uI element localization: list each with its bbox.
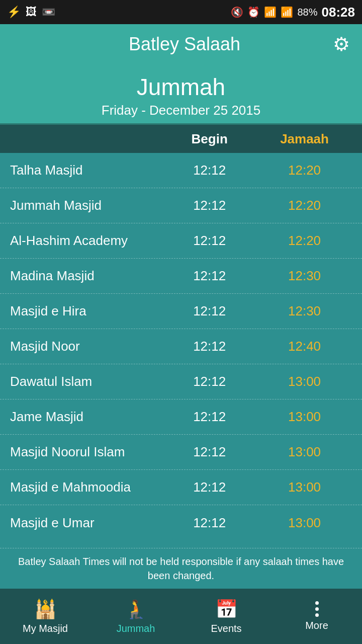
cell-begin: 12:12 (162, 303, 257, 319)
header-section: Jummah Friday - December 25 2015 (0, 64, 362, 125)
alarm-icon: ⏰ (247, 6, 260, 18)
nav-item-more[interactable]: More (272, 601, 362, 631)
table-row[interactable]: Dawatul Islam12:1213:00 (0, 364, 362, 399)
cell-begin: 12:12 (162, 233, 257, 249)
table-row[interactable]: Al-Hashim Academy12:1212:20 (0, 223, 362, 259)
cell-jamaah: 12:30 (257, 303, 352, 319)
disclaimer-text: Batley Salaah Times will not be held res… (0, 548, 362, 589)
settings-icon[interactable]: ⚙ (333, 33, 350, 55)
nav-label-more: More (305, 620, 328, 631)
cell-jamaah: 12:20 (257, 163, 352, 178)
table-row[interactable]: Masjid Noorul Islam12:1213:00 (0, 435, 362, 470)
image-icon: 🖼 (26, 6, 37, 19)
nav-label-events: Events (211, 623, 241, 634)
status-bar: ⚡ 🖼 📼 🔇 ⏰ 📶 📶 88% 08:28 (0, 0, 362, 24)
cell-mosque: Masjid e Hira (10, 303, 162, 319)
nav-label-my-masjid: My Masjid (23, 623, 68, 634)
nav-label-jummah: Jummah (117, 623, 155, 634)
cell-mosque: Jummah Masjid (10, 198, 162, 213)
col-header-jamaah: Jamaah (257, 131, 352, 147)
voicemail-icon: 📼 (42, 6, 55, 19)
calendar-icon: 📅 (215, 599, 238, 620)
app-bar: Batley Salaah ⚙ (0, 24, 362, 64)
table-row[interactable]: Talha Masjid12:1212:20 (0, 153, 362, 188)
table-row[interactable]: Jummah Masjid12:1212:20 (0, 188, 362, 223)
wifi-icon: 📶 (264, 6, 277, 18)
prayer-icon: 🧎 (125, 599, 147, 620)
table-row[interactable]: Jame Masjid12:1213:00 (0, 399, 362, 435)
mute-icon: 🔇 (231, 6, 243, 18)
cell-jamaah: 13:00 (257, 409, 352, 425)
cell-jamaah: 13:00 (257, 515, 352, 531)
cell-begin: 12:12 (162, 198, 257, 213)
cell-mosque: Masjid Noor (10, 339, 162, 354)
mosque-icon: 🕌 (34, 599, 57, 620)
cell-begin: 12:12 (162, 374, 257, 389)
cell-jamaah: 12:20 (257, 233, 352, 249)
cell-jamaah: 12:40 (257, 339, 352, 354)
cell-mosque: Al-Hashim Academy (10, 233, 162, 249)
cell-mosque: Talha Masjid (10, 163, 162, 178)
clock: 08:28 (322, 5, 355, 20)
cell-mosque: Madina Masjid (10, 268, 162, 284)
cell-begin: 12:12 (162, 409, 257, 425)
prayer-date: Friday - December 25 2015 (0, 103, 362, 118)
table-row[interactable]: Masjid e Umar12:1213:00 (0, 505, 362, 540)
nav-item-events[interactable]: 📅 Events (181, 599, 272, 634)
nav-item-jummah[interactable]: 🧎 Jummah (90, 599, 181, 634)
nav-item-my-masjid[interactable]: 🕌 My Masjid (0, 599, 90, 634)
cell-jamaah: 13:00 (257, 374, 352, 389)
cell-jamaah: 12:20 (257, 198, 352, 213)
cell-begin: 12:12 (162, 444, 257, 460)
table-row[interactable]: Madina Masjid12:1212:30 (0, 259, 362, 294)
table-row[interactable]: Masjid Noor12:1212:40 (0, 329, 362, 364)
status-right-icons: 🔇 ⏰ 📶 📶 88% 08:28 (231, 5, 355, 20)
more-dots-icon (315, 601, 319, 617)
cell-mosque: Jame Masjid (10, 409, 162, 425)
cell-jamaah: 12:30 (257, 268, 352, 284)
table-header: Begin Jamaah (0, 125, 362, 153)
cell-mosque: Masjid e Umar (10, 515, 162, 531)
cell-begin: 12:12 (162, 163, 257, 178)
table-row[interactable]: Masjid e Hira12:1212:30 (0, 294, 362, 329)
cell-begin: 12:12 (162, 479, 257, 495)
cell-begin: 12:12 (162, 515, 257, 531)
battery-text: 88% (297, 7, 317, 18)
cell-mosque: Masjid e Mahmoodia (10, 479, 162, 495)
cell-begin: 12:12 (162, 268, 257, 284)
cell-jamaah: 13:00 (257, 479, 352, 495)
col-header-begin: Begin (162, 131, 257, 147)
prayer-times-table: Talha Masjid12:1212:20Jummah Masjid12:12… (0, 153, 362, 548)
usb-icon: ⚡ (7, 6, 21, 19)
app-title: Batley Salaah (36, 34, 333, 55)
prayer-title: Jummah (0, 73, 362, 101)
cell-mosque: Masjid Noorul Islam (10, 444, 162, 460)
status-left-icons: ⚡ 🖼 📼 (7, 6, 55, 19)
cell-mosque: Dawatul Islam (10, 374, 162, 389)
signal-icon: 📶 (281, 6, 293, 18)
cell-begin: 12:12 (162, 339, 257, 354)
table-row[interactable]: Masjid e Mahmoodia12:1213:00 (0, 470, 362, 505)
cell-jamaah: 13:00 (257, 444, 352, 460)
bottom-navigation: 🕌 My Masjid 🧎 Jummah 📅 Events More (0, 589, 362, 644)
